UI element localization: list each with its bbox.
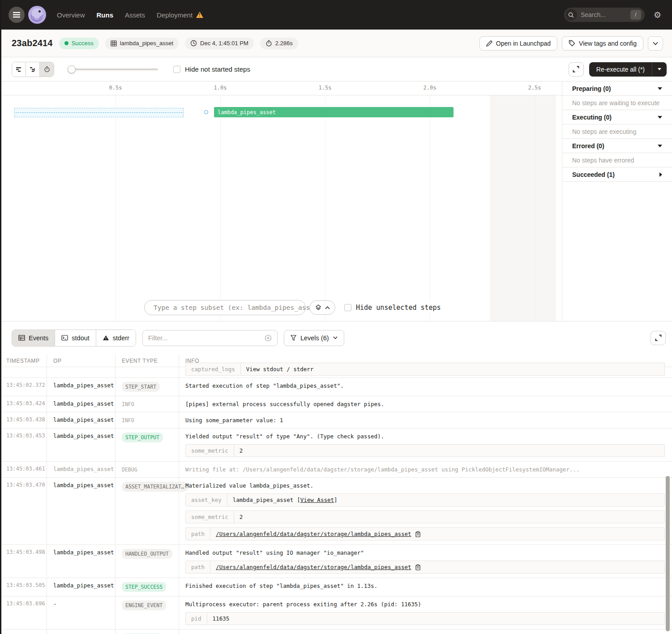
log-row[interactable]: 13:45:03.438lambda_pipes_assetINFOUsing …	[0, 412, 672, 428]
reexecute-all-button[interactable]: Re-execute all (*)	[589, 62, 667, 77]
metadata-entry: asset_keylambda_pipes_asset[View Asset]	[185, 493, 665, 506]
clear-filter-icon[interactable]	[265, 334, 272, 342]
view-tags-config-button[interactable]: View tags and config	[562, 36, 643, 51]
nav-item-assets[interactable]: Assets	[125, 11, 145, 19]
log-filter-input[interactable]: Filter...	[142, 330, 278, 346]
axis-tick-label: 1.0s	[214, 85, 227, 91]
sidebar-section-succeeded[interactable]: Succeeded (1)	[562, 167, 672, 182]
flat-view-icon	[16, 67, 22, 72]
global-search-input[interactable]: Search... /	[564, 8, 645, 22]
levels-filter-button[interactable]: Levels (6)	[284, 330, 344, 346]
event-type-badge: STEP_SUCCESS	[122, 582, 166, 592]
view-mode-flat-button[interactable]	[12, 62, 26, 77]
sidebar-section-empty-message: No steps are executing	[562, 124, 672, 139]
hide-unselected-checkbox[interactable]	[344, 304, 351, 311]
log-row[interactable]: 13:45:03.461lambda_pipes_assetDEBUGWriti…	[0, 461, 672, 477]
chevron-down-icon	[333, 336, 338, 339]
log-row[interactable]: 13:45:02.372lambda_pipes_assetSTEP_START…	[0, 377, 672, 396]
step-status-sidebar: Preparing (0)No steps are waiting to exe…	[562, 81, 672, 321]
log-fullscreen-button[interactable]	[651, 331, 666, 345]
sidebar-section-errored[interactable]: Errored (0)	[562, 139, 672, 153]
view-asset-link[interactable]: View Asset	[300, 497, 334, 503]
metadata-entry: pid11635	[185, 612, 665, 625]
axis-tick-label: 1.5s	[319, 85, 332, 91]
screen-left-edge	[0, 0, 1, 634]
run-actions-dropdown-button[interactable]	[648, 36, 663, 51]
view-mode-timed-button[interactable]	[40, 62, 54, 77]
hamburger-menu-button[interactable]	[9, 7, 25, 23]
hamburger-icon	[13, 12, 21, 18]
caret-right-icon	[659, 172, 662, 177]
hide-not-started-checkbox-row[interactable]: Hide not started steps	[173, 65, 250, 73]
gantt-fullscreen-button[interactable]	[569, 62, 584, 77]
gantt-time-axis: 0.5s1.0s1.5s2.0s2.5s	[0, 81, 562, 95]
metadata-entry: some_metric2	[185, 510, 665, 523]
metadata-path-link[interactable]: /Users/alangenfeld/data/dagster/storage/…	[216, 563, 411, 571]
start-time-badge: Dec 4, 1:45:01 PM	[185, 38, 254, 49]
dagster-run-page: OverviewRunsAssetsDeployment Search... /…	[0, 0, 672, 634]
nav-item-deployment[interactable]: Deployment	[157, 11, 203, 19]
open-in-launchpad-button[interactable]: Open in Launchpad	[479, 36, 557, 51]
log-row[interactable]: 13:45:03.505lambda_pipes_assetSTEP_SUCCE…	[0, 578, 672, 596]
nav-item-overview[interactable]: Overview	[57, 11, 85, 19]
job-name-tag[interactable]: lambda_pipes_asset	[105, 38, 179, 49]
deployment-warning-icon	[196, 12, 203, 18]
pencil-icon	[486, 40, 492, 47]
tab-stdout[interactable]: stdout	[55, 330, 96, 346]
metadata-entry: captured_logsView stdout / stderr	[185, 363, 665, 376]
timed-view-icon	[44, 66, 50, 73]
sidebar-section-executing[interactable]: Executing (0)	[562, 110, 672, 124]
duration-badge: 2.286s	[260, 38, 298, 49]
hide-unselected-checkbox-row[interactable]: Hide unselected steps	[342, 302, 444, 313]
expand-icon	[655, 334, 662, 341]
log-row[interactable]: 13:45:03.696-ENGINE_EVENTMultiprocess ex…	[0, 596, 672, 629]
sidebar-section-preparing[interactable]: Preparing (0)	[562, 81, 672, 96]
slider-thumb[interactable]	[68, 65, 76, 73]
log-row[interactable]: 13:45:03.470lambda_pipes_assetASSET_MATE…	[0, 477, 672, 544]
copy-icon[interactable]	[415, 564, 421, 570]
axis-tick-label: 2.0s	[424, 85, 437, 91]
status-dot-icon	[64, 41, 68, 45]
copy-icon[interactable]	[415, 531, 421, 537]
gantt-options-button[interactable]	[309, 300, 335, 315]
tab-stderr[interactable]: stderr	[96, 330, 136, 346]
search-shortcut-badge: /	[630, 10, 641, 20]
step-subset-input[interactable]: Type a step subset (ex: lambda_pipes_ass…	[144, 300, 306, 315]
stopwatch-icon	[265, 40, 272, 47]
log-row[interactable]: 13:45:03.498lambda_pipes_assetHANDLED_OU…	[0, 544, 672, 578]
metadata-entry: path/Users/alangenfeld/data/dagster/stor…	[185, 527, 665, 540]
metadata-entry: some_metric2	[185, 444, 665, 457]
dagster-logo-icon[interactable]	[28, 6, 46, 24]
run-id: 23ab2414	[12, 38, 53, 48]
funnel-icon	[291, 335, 296, 341]
caret-down-icon	[658, 116, 662, 119]
gantt-zoom-slider[interactable]	[68, 69, 158, 70]
metadata-path-link[interactable]: /Users/alangenfeld/data/dagster/storage/…	[216, 530, 411, 538]
log-toolbar: Eventsstdoutstderr Filter... Levels (6)	[0, 321, 672, 354]
chevron-up-icon	[325, 306, 330, 309]
reexecute-dropdown-button[interactable]	[652, 68, 667, 70]
hide-not-started-checkbox[interactable]	[173, 66, 180, 73]
log-row[interactable]: 13:45:03.424lambda_pipes_assetINFO[pipes…	[0, 396, 672, 412]
log-row[interactable]: 13:45:03.453lambda_pipes_assetSTEP_OUTPU…	[0, 428, 672, 461]
event-type-badge: ASSET_MATERIALIZAT…	[122, 482, 188, 492]
gantt-step-bar[interactable]: lambda_pipes_asset	[214, 107, 454, 117]
layers-icon	[315, 304, 321, 311]
tab-events[interactable]: Events	[12, 330, 55, 346]
log-scrollbar[interactable]	[666, 476, 670, 631]
settings-gear-icon[interactable]: ⚙	[654, 10, 661, 20]
sidebar-section-empty-message: No steps are waiting to execute	[562, 96, 672, 110]
warning-icon	[103, 335, 109, 341]
event-type-badge: ENGINE_EVENT	[122, 600, 166, 610]
log-row[interactable]: 13:45:03.701-RUN_SUCCESSFinished executi…	[0, 629, 672, 634]
nav-item-runs[interactable]: Runs	[97, 11, 114, 19]
clock-icon	[190, 40, 197, 47]
status-badge: Success	[59, 38, 99, 49]
log-table: TIMESTAMPOPEVENT TYPEINFOcaptured_logsVi…	[0, 354, 672, 634]
gantt-bottom-toolbar: Type a step subset (ex: lambda_pipes_ass…	[0, 300, 562, 316]
run-header: 23ab2414 Success lambda_pipes_asset Dec …	[0, 30, 672, 57]
event-type-badge: STEP_OUTPUT	[122, 433, 163, 442]
log-section: Eventsstdoutstderr Filter... Levels (6) …	[0, 321, 672, 634]
view-mode-waterfall-button[interactable]	[26, 62, 40, 77]
log-row[interactable]: captured_logsView stdout / stderr	[0, 367, 672, 377]
